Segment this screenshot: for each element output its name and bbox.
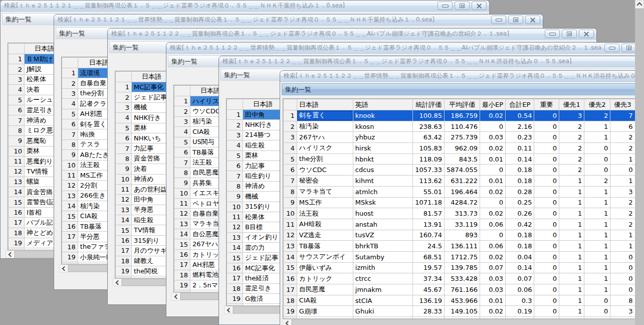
vertical-scrollbar[interactable] xyxy=(635,0,644,325)
cell[interactable]: 0 xyxy=(534,230,559,241)
cell[interactable]: 843.5 xyxy=(445,153,480,165)
cell[interactable]: ウソCDC xyxy=(297,165,353,176)
cell[interactable]: 113.62 xyxy=(413,176,445,187)
cell[interactable]: 0 xyxy=(480,230,506,241)
table-row[interactable]: 14サウスアンボイSutamby68.511712.750.020.040110 xyxy=(284,251,644,262)
cell[interactable]: 0 xyxy=(584,295,610,306)
cell[interactable]: 1 xyxy=(559,230,584,241)
titlebar[interactable]: 検索[ｔｈｅ２５１１２１＿＿質量制御再現公表１．５＿＿ジェド霊界ラジオ再現０．５… xyxy=(1,1,489,12)
japanese-cell[interactable]: 霊足引き xyxy=(243,283,283,293)
table-row[interactable]: 5the分割hbnkt118.09843.50.010.140201 xyxy=(284,153,644,165)
cell[interactable]: 0.07 xyxy=(480,262,506,273)
cell[interactable]: 0.18 xyxy=(506,176,534,187)
scroll-left-button[interactable] xyxy=(172,293,180,300)
cell[interactable]: 1712.75 xyxy=(445,251,480,262)
table-row[interactable]: 16カトリックctrcc37.34533.4280.030.070110 xyxy=(284,273,644,284)
cell[interactable]: 4284.72 xyxy=(445,197,480,208)
cell[interactable]: 0.02 xyxy=(480,143,506,154)
cell[interactable]: 631.222 xyxy=(445,176,480,187)
cell[interactable]: 自民悪魔 xyxy=(297,284,353,295)
cell[interactable]: G崩壊 xyxy=(297,306,353,317)
cell[interactable]: 0 xyxy=(534,284,559,295)
cell[interactable]: 0.07 xyxy=(506,273,534,284)
cell[interactable]: 267ヤハ xyxy=(297,132,353,143)
cell[interactable]: 0.18 xyxy=(506,241,534,252)
cell[interactable]: 313.73 xyxy=(445,208,480,219)
table-row[interactable]: 8マラキ当てatmlch55.01196.4640.020.280113 xyxy=(284,186,644,197)
cell[interactable]: 6 xyxy=(610,121,635,132)
japanese-cell[interactable]: MC記事化 xyxy=(243,263,283,273)
cell[interactable]: 1 xyxy=(610,230,635,241)
japanese-cell[interactable]: 霊の力 xyxy=(243,243,283,253)
cell[interactable]: tusVZ xyxy=(353,230,412,241)
cell[interactable]: 0.14 xyxy=(506,153,534,165)
column-header[interactable]: 統計評価 xyxy=(413,99,445,110)
cell[interactable]: AH暗殺 xyxy=(297,219,353,230)
japanese-cell[interactable]: イオン釣り xyxy=(243,232,283,242)
japanese-cell[interactable]: NHK行き xyxy=(243,120,283,130)
table-row[interactable]: 15伊藤いずみizmith19.57139.7850.070.140110 xyxy=(284,262,644,273)
cell[interactable]: 0 xyxy=(534,251,559,262)
cell[interactable]: 0.06 xyxy=(506,284,534,295)
column-header[interactable]: 優先3 xyxy=(610,99,635,110)
cell[interactable]: huost xyxy=(353,208,412,219)
titlebar[interactable]: 検索[ｔｈｅ２５１１２２＿＿質量制御再現公表１．５＿＿ジェド霊界ラジオ再現０．５… xyxy=(108,29,596,40)
cell[interactable]: 962.09 xyxy=(445,143,480,154)
cell[interactable]: 0.18 xyxy=(506,230,534,241)
column-header[interactable]: 最小EP xyxy=(480,99,506,110)
cell[interactable]: 1071.18 xyxy=(413,197,445,208)
cell[interactable]: 0.01 xyxy=(480,153,506,165)
cell[interactable]: 33.119 xyxy=(445,219,480,230)
cell[interactable]: 28.33 xyxy=(413,306,445,317)
japanese-cell[interactable]: 松果体 xyxy=(243,212,283,222)
cell[interactable]: 0 xyxy=(610,273,635,284)
cell[interactable]: VZ逃走 xyxy=(297,230,353,241)
table-row[interactable]: 6ウソCDCcdcus1057.335874.05500.180200 xyxy=(284,165,644,176)
cell[interactable]: 0 xyxy=(534,306,559,317)
cell[interactable]: 0 xyxy=(534,241,559,252)
cell[interactable]: 8 xyxy=(610,295,635,306)
column-header[interactable]: 合計EP xyxy=(506,99,534,110)
cell[interactable]: anstah xyxy=(353,219,412,230)
cell[interactable]: 0.03 xyxy=(480,273,506,284)
cell[interactable]: 0 xyxy=(534,186,559,197)
cell[interactable]: cdcus xyxy=(353,165,412,176)
minimize-button[interactable] xyxy=(491,16,506,24)
close-button[interactable] xyxy=(579,30,594,38)
cell[interactable]: bhrkTB xyxy=(353,241,412,252)
table-row[interactable]: 17自民悪魔jmnakm45.67761.1660.030.060110 xyxy=(284,284,644,295)
table-row[interactable]: 12VZ逃走tusVZ160.7489300.180111 xyxy=(284,230,644,241)
table-row[interactable]: 18CIA殺stCIA136.19453.9660.010.30108 xyxy=(284,295,644,306)
restore-button[interactable] xyxy=(562,30,577,38)
column-header[interactable]: 英語 xyxy=(353,99,412,110)
cell[interactable]: 0 xyxy=(480,121,506,132)
cell[interactable]: 0 xyxy=(534,273,559,284)
cell[interactable]: 0.11 xyxy=(506,143,534,154)
cell[interactable]: カトリック xyxy=(297,273,353,284)
cell[interactable]: 893 xyxy=(445,230,480,241)
cell[interactable]: hirsk xyxy=(353,143,412,154)
cell[interactable]: 3 xyxy=(610,306,635,317)
cell[interactable]: 0 xyxy=(534,132,559,143)
cell[interactable]: 1 xyxy=(559,306,584,317)
cell[interactable]: 1 xyxy=(584,197,610,208)
cell[interactable]: 0.19 xyxy=(506,306,534,317)
cell[interactable]: Ghuki xyxy=(353,306,412,317)
japanese-cell[interactable]: 神清め xyxy=(243,181,283,191)
cell[interactable]: 1 xyxy=(584,186,610,197)
cell[interactable]: 136.19 xyxy=(413,295,445,306)
cell[interactable]: kihmt xyxy=(353,176,412,187)
table-row[interactable]: 3267ヤハyhbuz63.42275.7390.030.230212 xyxy=(284,132,644,143)
minimize-button[interactable] xyxy=(604,44,619,52)
japanese-cell[interactable]: 稲生殺 xyxy=(243,140,283,150)
cell[interactable]: 1 xyxy=(559,176,584,187)
cell[interactable]: 0.02 xyxy=(480,110,506,121)
cell[interactable]: 110.476 xyxy=(445,121,480,132)
cell[interactable]: ctrcc xyxy=(353,273,412,284)
cell[interactable]: 2 xyxy=(610,143,635,154)
cell[interactable]: 1 xyxy=(559,208,584,219)
cell[interactable]: 453.966 xyxy=(445,295,480,306)
cell[interactable]: 2 xyxy=(559,121,584,132)
table-row[interactable]: 10法王殺huost81.57313.730.020.260112 xyxy=(284,208,644,219)
cell[interactable]: 1 xyxy=(559,186,584,197)
